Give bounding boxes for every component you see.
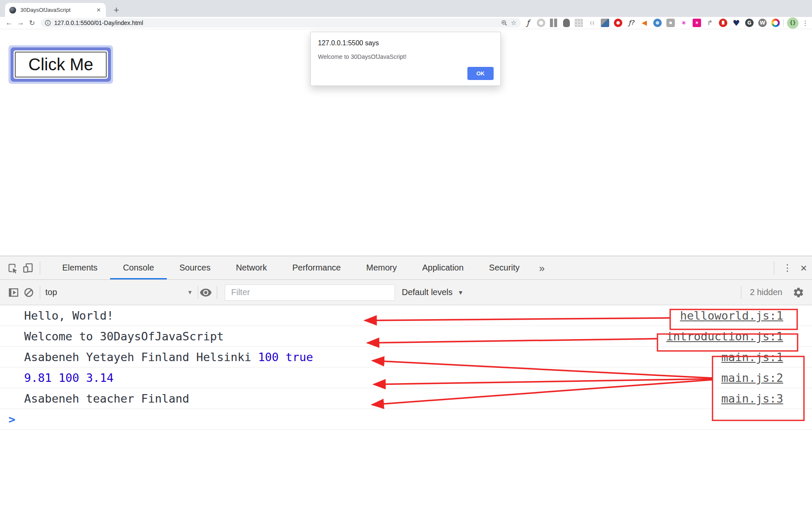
- source-link-main-1[interactable]: main.js:1: [721, 351, 783, 364]
- devtools-tabs: Elements Console Sources Network Perform…: [50, 256, 532, 279]
- console-message-text: Asabeneh teacher Finland: [24, 392, 189, 405]
- clear-console-icon[interactable]: [21, 285, 36, 300]
- devtools-tab-bar: Elements Console Sources Network Perform…: [0, 256, 812, 280]
- ext-color-ring-icon[interactable]: [771, 19, 780, 27]
- ext-bug-icon[interactable]: [563, 19, 570, 27]
- tab-memory[interactable]: Memory: [354, 256, 409, 279]
- source-link-main-3[interactable]: main.js:3: [721, 392, 783, 405]
- hidden-messages-count: 2 hidden: [750, 287, 782, 297]
- ext-camera-icon[interactable]: [666, 19, 675, 27]
- ext-corner-arrow-icon[interactable]: ↱: [706, 19, 714, 27]
- chevron-down-icon: ▼: [458, 289, 464, 296]
- page-viewport: Click Me 127.0.0.1:5500 says Welcome to …: [0, 30, 812, 256]
- alert-message: Welcome to 30DaysOfJavaScript!: [318, 53, 493, 60]
- url-bar[interactable]: 127.0.0.1:5500/01-Day/index.html ☆: [41, 18, 521, 28]
- toolbar-separator: [783, 19, 784, 27]
- tab-console[interactable]: Console: [110, 256, 166, 279]
- ext-eyedropper-icon[interactable]: [601, 19, 609, 27]
- ext-gray-ring-icon[interactable]: [537, 19, 545, 27]
- alert-dialog: 127.0.0.1:5500 says Welcome to 30DaysOfJ…: [310, 32, 501, 86]
- alert-title: 127.0.0.1:5500 says: [318, 39, 493, 47]
- console-message-row: Asabeneh Yetayeh Finland Helsinki100 tru…: [0, 347, 812, 367]
- browser-tab[interactable]: 30DaysOfJavaScript ×: [5, 3, 106, 17]
- tab-sources[interactable]: Sources: [167, 256, 223, 279]
- context-selector[interactable]: top ▼: [45, 287, 193, 297]
- ext-blue-ring-icon[interactable]: [653, 19, 662, 27]
- filter-input[interactable]: [225, 284, 395, 301]
- toolbar-separator: [40, 286, 40, 299]
- context-label: top: [45, 287, 57, 297]
- devtools-close-icon[interactable]: ×: [801, 262, 807, 273]
- ext-pink-square-icon[interactable]: ✶: [693, 19, 701, 27]
- ext-bars-icon[interactable]: [550, 19, 558, 27]
- tabbar-separator: [40, 262, 40, 274]
- inspect-element-icon[interactable]: [5, 260, 20, 276]
- extensions-bar: ƒ(·)ƒ?◀✶✶↱♥GW: [524, 19, 780, 27]
- tab-elements[interactable]: Elements: [50, 256, 110, 279]
- source-link-introduction[interactable]: introduction.js:1: [666, 330, 783, 343]
- ext-g-circle-icon[interactable]: G: [745, 19, 754, 27]
- browser-toolbar: ← → ↻ 127.0.0.1:5500/01-Day/index.html ☆…: [0, 17, 812, 29]
- alert-ok-button[interactable]: OK: [467, 67, 494, 80]
- console-messages: Hello, World! helloworld.js:1 Welcome to…: [0, 305, 812, 430]
- live-expression-eye-icon[interactable]: [198, 285, 213, 300]
- ext-brackets-icon[interactable]: (·): [588, 19, 596, 27]
- ext-megaphone-icon[interactable]: ◀: [640, 19, 649, 27]
- console-prompt[interactable]: >: [0, 409, 812, 430]
- new-tab-button[interactable]: +: [110, 3, 123, 17]
- devtools-menu-icon[interactable]: ⋮: [783, 262, 792, 273]
- console-message-number: 100 true: [258, 351, 313, 364]
- tab-title: 30DaysOfJavaScript: [20, 7, 96, 13]
- tab-application[interactable]: Application: [409, 256, 476, 279]
- browser-menu-icon[interactable]: ⋮: [802, 19, 809, 27]
- forward-button[interactable]: →: [15, 19, 26, 27]
- log-levels-label: Default levels: [402, 287, 453, 297]
- log-levels-selector[interactable]: Default levels ▼: [402, 287, 464, 297]
- bookmark-star-icon[interactable]: ☆: [511, 19, 516, 27]
- browser-tab-strip: 30DaysOfJavaScript × +: [0, 0, 812, 17]
- chevron-down-icon: ▼: [187, 289, 193, 295]
- console-message-row: Welcome to 30DaysOfJavaScript introducti…: [0, 326, 812, 347]
- ext-function-help-icon[interactable]: ƒ?: [627, 19, 635, 27]
- console-prompt-chevron-icon: >: [8, 413, 15, 426]
- tab-performance[interactable]: Performance: [280, 256, 354, 279]
- source-link-helloworld[interactable]: helloworld.js:1: [680, 309, 783, 322]
- ext-red-bookmark-icon[interactable]: [719, 19, 727, 27]
- console-message-row: Asabeneh teacher Finland main.js:3: [0, 388, 812, 409]
- toolbar-separator: [217, 286, 217, 299]
- tab-security[interactable]: Security: [476, 256, 532, 279]
- console-message-text: Welcome to 30DaysOfJavaScript: [24, 330, 224, 343]
- ext-grid-icon[interactable]: [574, 19, 583, 27]
- more-tabs-icon[interactable]: »: [539, 262, 544, 274]
- ext-pink-atom-icon[interactable]: ✶: [679, 19, 688, 27]
- toolbar-separator: [741, 286, 741, 299]
- console-message-row: 9.81 100 3.14 main.js:2: [0, 367, 812, 388]
- click-me-button[interactable]: Click Me: [15, 52, 107, 77]
- devtools-panel: Elements Console Sources Network Perform…: [0, 256, 812, 508]
- console-message-number: 9.81 100 3.14: [24, 371, 113, 384]
- ext-w-circle-icon[interactable]: W: [758, 19, 767, 27]
- profile-avatar[interactable]: {}: [787, 17, 798, 29]
- tab-close-icon[interactable]: ×: [96, 6, 102, 14]
- ext-red-ring-icon[interactable]: [614, 19, 622, 27]
- ext-font-icon[interactable]: ƒ: [524, 19, 532, 27]
- device-toolbar-icon[interactable]: [20, 260, 36, 276]
- console-message-text: Hello, World!: [24, 309, 113, 322]
- source-link-main-2[interactable]: main.js:2: [721, 371, 783, 384]
- tab-network[interactable]: Network: [223, 256, 279, 279]
- page-info-icon[interactable]: [45, 20, 51, 26]
- back-button[interactable]: ←: [3, 19, 15, 27]
- url-text[interactable]: 127.0.0.1:5500/01-Day/index.html: [54, 19, 498, 26]
- console-sidebar-toggle-icon[interactable]: [6, 285, 21, 300]
- console-message-text: Asabeneh Yetayeh Finland Helsinki: [24, 351, 251, 364]
- console-toolbar: top ▼ Default levels ▼ 2 hidden: [0, 280, 812, 305]
- tabbar-separator: [774, 262, 774, 274]
- zoom-indicator-icon[interactable]: [501, 20, 508, 26]
- tab-favicon-icon: [9, 7, 16, 14]
- console-message-row: Hello, World! helloworld.js:1: [0, 305, 812, 326]
- ext-heart-search-icon[interactable]: ♥: [732, 19, 740, 27]
- console-settings-gear-icon[interactable]: [791, 285, 806, 300]
- refresh-button[interactable]: ↻: [26, 19, 38, 28]
